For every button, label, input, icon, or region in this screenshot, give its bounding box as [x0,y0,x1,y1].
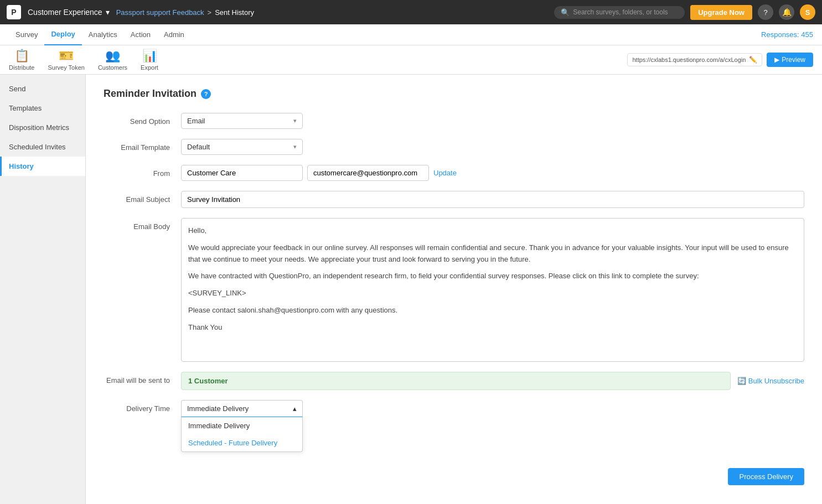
sidebar-item-history[interactable]: History [0,157,85,176]
send-option-select[interactable]: Email [181,113,303,129]
toolbar-export[interactable]: 📊 Export [141,49,158,71]
breadcrumb-current: Sent History [215,8,254,17]
help-button[interactable]: ? [758,4,773,20]
email-sent-to-label: Email will be sent to [104,372,181,385]
breadcrumb: Passport support Feedback > Sent History [116,8,254,17]
preview-button[interactable]: ▶ Preview [767,53,813,67]
upgrade-button[interactable]: Upgrade Now [690,5,752,20]
search-box[interactable]: 🔍 [554,6,685,19]
nav-survey[interactable]: Survey [9,24,44,45]
breadcrumb-link[interactable]: Passport support Feedback [116,8,204,17]
breadcrumb-sep: > [208,8,212,17]
top-bar: P Customer Experience ▾ Passport support… [0,0,822,24]
email-template-select[interactable]: Default [181,139,303,155]
second-nav: Survey Deploy Analytics Action Admin Res… [0,24,822,45]
send-option-chevron [293,117,297,124]
body-line1: Hello, [188,225,797,237]
app-logo: P [7,5,21,19]
search-input[interactable] [573,8,678,16]
nav-analytics[interactable]: Analytics [82,24,124,45]
body-line2: We would appreciate your feedback in our… [188,242,797,266]
sidebar-item-scheduled-invites[interactable]: Scheduled Invites [0,137,85,157]
process-delivery-container: Process Delivery [104,461,804,485]
toolbar-distribute[interactable]: 📋 Distribute [9,49,34,71]
body-line3: We have contracted with QuestionPro, an … [188,271,797,282]
recipients-row: 1 Customer 🔄 Bulk Unsubscribe [181,372,804,390]
body-line5: Please contact saloni.shah@questionpro.c… [188,305,797,316]
delivery-option-scheduled[interactable]: Scheduled - Future Delivery [182,434,302,451]
email-body-control: Hello, We would appreciate your feedback… [181,218,804,362]
notifications-button[interactable]: 🔔 [779,4,794,20]
distribute-icon: 📋 [14,49,29,63]
page-title: Reminder Invitation ? [104,88,804,100]
preview-icon: ▶ [774,56,779,64]
from-name-input[interactable] [181,165,303,181]
body-line6: Thank You [188,322,797,334]
bulk-unsubscribe-button[interactable]: 🔄 Bulk Unsubscribe [737,377,804,385]
survey-token-icon: 🎫 [59,49,74,63]
url-display: https://cxlabs1.questionpro.com/a/cxLogi… [627,53,762,66]
help-tooltip-icon[interactable]: ? [201,89,211,99]
email-sent-to-row: Email will be sent to 1 Customer 🔄 Bulk … [104,372,804,390]
delivery-wrapper: Immediate Delivery Immediate Delivery Sc… [181,400,804,417]
process-delivery-button[interactable]: Process Delivery [728,468,804,485]
toolbar-customers[interactable]: 👥 Customers [98,49,127,71]
main-layout: Send Templates Disposition Metrics Sched… [0,75,822,504]
sidebar-item-send[interactable]: Send [0,79,85,98]
send-option-row: Send Option Email [104,113,804,129]
from-row: From Update [104,165,804,181]
sidebar-item-disposition-metrics[interactable]: Disposition Metrics [0,118,85,137]
toolbar-right: https://cxlabs1.questionpro.com/a/cxLogi… [627,53,813,67]
email-template-row: Email Template Default [104,139,804,155]
email-body-row: Email Body Hello, We would appreciate yo… [104,218,804,362]
customers-icon: 👥 [105,49,120,63]
email-sent-to-control: 1 Customer 🔄 Bulk Unsubscribe [181,372,804,390]
delivery-option-immediate[interactable]: Immediate Delivery [182,417,302,434]
from-inputs: Update [181,165,804,181]
from-control: Update [181,165,804,181]
body-line4: <SURVEY_LINK> [188,288,797,299]
from-email-input[interactable] [307,165,429,181]
main-content: Reminder Invitation ? Send Option Email … [86,75,822,504]
email-body-display[interactable]: Hello, We would appreciate your feedback… [181,218,804,362]
delivery-time-label: Delivery Time [104,400,181,413]
email-body-label: Email Body [104,218,181,231]
send-option-control: Email [181,113,804,129]
email-subject-row: Email Subject [104,191,804,208]
email-template-control: Default [181,139,804,155]
email-subject-control [181,191,804,208]
nav-action[interactable]: Action [124,24,157,45]
unsubscribe-icon: 🔄 [737,377,746,385]
toolbar-survey-token[interactable]: 🎫 Survey Token [48,49,84,71]
delivery-time-row: Delivery Time Immediate Delivery Immedia… [104,400,804,417]
user-avatar[interactable]: S [800,4,815,20]
toolbar: 📋 Distribute 🎫 Survey Token 👥 Customers … [0,45,822,75]
responses-count: Responses: 455 [761,30,813,39]
sidebar-item-templates[interactable]: Templates [0,98,85,118]
recipients-box: 1 Customer [181,372,731,390]
delivery-time-control: Immediate Delivery Immediate Delivery Sc… [181,400,804,417]
delivery-select[interactable]: Immediate Delivery [181,400,303,417]
email-template-label: Email Template [104,139,181,152]
from-label: From [104,165,181,178]
email-subject-input[interactable] [181,191,804,208]
export-icon: 📊 [142,49,157,63]
email-subject-label: Email Subject [104,191,181,204]
topbar-right: 🔍 Upgrade Now ? 🔔 S [554,4,815,20]
nav-admin[interactable]: Admin [157,24,191,45]
send-option-label: Send Option [104,113,181,126]
update-link[interactable]: Update [433,169,457,177]
sidebar: Send Templates Disposition Metrics Sched… [0,75,86,504]
delivery-chevron [293,404,297,413]
email-template-chevron [293,143,297,150]
app-name[interactable]: Customer Experience ▾ [28,8,110,17]
delivery-dropdown: Immediate Delivery Scheduled - Future De… [181,417,303,452]
search-icon: 🔍 [561,8,570,17]
nav-deploy[interactable]: Deploy [44,24,81,45]
edit-url-icon[interactable]: ✏️ [749,56,757,64]
